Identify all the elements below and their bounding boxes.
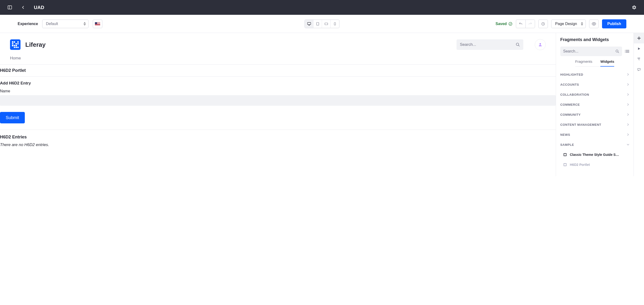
widget-item[interactable]: H6D2 Portlet: [560, 160, 629, 170]
play-icon: [637, 47, 641, 50]
widget-item[interactable]: Classic Theme Style Guide S…: [560, 150, 629, 160]
page-title: UAD: [34, 5, 44, 10]
device-desktop-button[interactable]: [305, 20, 314, 28]
widget-square-icon: [564, 153, 566, 156]
saved-status: Saved: [496, 22, 512, 26]
svg-point-16: [540, 43, 541, 45]
comments-panel-button[interactable]: [634, 65, 644, 75]
locale-button[interactable]: [93, 20, 102, 28]
device-phone-button[interactable]: [330, 20, 339, 28]
redo-button[interactable]: [526, 20, 535, 28]
entries-heading: H6D2 Entries: [0, 135, 556, 140]
page-canvas: Liferay Search... Home H6D2 Portlet Add …: [0, 33, 556, 176]
tab-fragments[interactable]: Fragments: [575, 60, 592, 66]
sort-icon: [581, 22, 583, 26]
svg-point-8: [327, 24, 327, 24]
category-sample[interactable]: SAMPLE: [560, 140, 629, 150]
gear-icon[interactable]: [630, 3, 638, 12]
svg-rect-0: [8, 6, 12, 9]
name-label: Name: [0, 89, 556, 93]
search-icon: [616, 49, 619, 53]
user-avatar-button[interactable]: [535, 39, 546, 50]
svg-point-13: [594, 23, 595, 24]
category-content-management[interactable]: CONTENT MANAGEMENT: [560, 120, 629, 130]
chevron-right-icon: [627, 83, 629, 86]
liferay-logo: [10, 39, 20, 50]
entries-empty-message: There are no H6D2 entries.: [0, 142, 556, 147]
chevron-down-icon: [627, 143, 629, 146]
category-community[interactable]: COMMUNITY: [560, 110, 629, 120]
editor-toolbar: Experience Default Saved: [0, 15, 644, 33]
panel-search-input[interactable]: Search...: [560, 47, 622, 56]
category-collaboration[interactable]: COLLABORATION: [560, 90, 629, 100]
search-icon: [516, 43, 520, 47]
paint-icon: [637, 57, 641, 61]
user-icon: [538, 43, 542, 47]
toggle-panel-icon[interactable]: [6, 3, 14, 12]
category-news[interactable]: NEWS: [560, 130, 629, 140]
svg-line-18: [618, 52, 619, 53]
name-input[interactable]: [0, 95, 556, 106]
portlet-title: H6D2 Portlet: [0, 68, 556, 73]
category-accounts[interactable]: ACCOUNTS: [560, 80, 629, 90]
edit-mode-select[interactable]: Page Design: [551, 20, 586, 28]
widget-square-icon: [564, 163, 566, 166]
chevron-right-icon: [627, 113, 629, 116]
publish-button[interactable]: Publish: [602, 19, 626, 29]
site-search-input[interactable]: Search...: [456, 39, 523, 50]
nav-home[interactable]: Home: [10, 56, 21, 60]
form-heading: Add H6D2 Entry: [0, 81, 556, 86]
svg-point-22: [625, 50, 626, 50]
search-placeholder: Search...: [460, 42, 513, 47]
svg-point-11: [509, 22, 512, 26]
browser-panel-button[interactable]: [634, 44, 644, 54]
chevron-right-icon: [627, 73, 629, 76]
experience-value: Default: [46, 22, 58, 26]
undo-button[interactable]: [516, 20, 526, 28]
device-tablet-landscape-button[interactable]: [314, 20, 322, 28]
design-panel-button[interactable]: [634, 54, 644, 65]
svg-line-15: [518, 45, 520, 46]
flag-us-icon: [95, 22, 100, 26]
add-panel-button[interactable]: [634, 33, 644, 44]
device-tablet-portrait-button[interactable]: [322, 20, 330, 28]
plus-icon: [637, 36, 641, 40]
device-preview-group: [304, 20, 340, 28]
chevron-right-icon: [627, 93, 629, 96]
chevron-right-icon: [627, 123, 629, 126]
history-button[interactable]: [538, 20, 548, 28]
category-highlighted[interactable]: HIGHLIGHTED: [560, 70, 629, 80]
site-title: Liferay: [25, 41, 46, 49]
svg-point-6: [318, 25, 318, 25]
list-view-icon[interactable]: [625, 49, 629, 53]
panel-title: Fragments and Widgets: [560, 37, 629, 42]
svg-point-24: [625, 52, 626, 53]
tab-widgets[interactable]: Widgets: [600, 60, 614, 67]
svg-rect-2: [308, 23, 311, 25]
top-bar: UAD: [0, 0, 644, 15]
undo-redo-group: [516, 20, 535, 28]
fragments-widgets-panel: Fragments and Widgets Search... Fragment…: [556, 33, 634, 176]
check-circle-icon: [508, 22, 512, 26]
back-icon[interactable]: [19, 3, 27, 12]
chevron-right-icon: [627, 133, 629, 136]
experience-label: Experience: [18, 22, 38, 26]
vertical-toolbar: [634, 33, 644, 176]
panel-tabs: Fragments Widgets: [575, 60, 614, 67]
category-commerce[interactable]: COMMERCE: [560, 100, 629, 110]
comment-icon: [637, 68, 641, 72]
experience-select[interactable]: Default: [42, 20, 88, 28]
svg-point-23: [625, 51, 626, 52]
submit-button[interactable]: Submit: [0, 112, 25, 123]
preview-button[interactable]: [589, 20, 599, 28]
sort-icon: [84, 22, 86, 26]
chevron-right-icon: [627, 103, 629, 106]
